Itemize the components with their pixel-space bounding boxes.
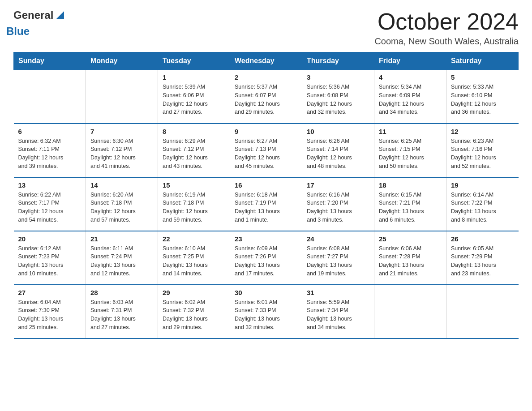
header-thursday: Thursday	[302, 52, 374, 70]
calendar-cell: 16Sunrise: 6:18 AM Sunset: 7:19 PM Dayli…	[230, 177, 302, 231]
day-info: Sunrise: 6:20 AM Sunset: 7:18 PM Dayligh…	[90, 191, 153, 224]
day-number: 5	[451, 73, 514, 81]
day-number: 23	[235, 235, 297, 243]
day-number: 19	[451, 181, 514, 189]
day-number: 3	[307, 73, 369, 81]
day-info: Sunrise: 6:05 AM Sunset: 7:29 PM Dayligh…	[451, 244, 514, 278]
day-info: Sunrise: 6:04 AM Sunset: 7:30 PM Dayligh…	[18, 298, 82, 332]
calendar-cell: 6Sunrise: 6:32 AM Sunset: 7:11 PM Daylig…	[14, 124, 86, 177]
calendar-week-row: 20Sunrise: 6:12 AM Sunset: 7:23 PM Dayli…	[14, 231, 519, 285]
day-number: 8	[163, 128, 225, 135]
calendar-cell: 28Sunrise: 6:03 AM Sunset: 7:31 PM Dayli…	[86, 285, 158, 338]
calendar-cell	[14, 70, 86, 124]
calendar-cell: 9Sunrise: 6:27 AM Sunset: 7:13 PM Daylig…	[230, 124, 302, 177]
logo-blue: Blue	[6, 25, 64, 38]
day-info: Sunrise: 6:16 AM Sunset: 7:20 PM Dayligh…	[307, 191, 369, 224]
calendar-cell: 30Sunrise: 6:01 AM Sunset: 7:33 PM Dayli…	[230, 285, 302, 338]
calendar-cell: 19Sunrise: 6:14 AM Sunset: 7:22 PM Dayli…	[446, 177, 519, 231]
calendar-cell: 22Sunrise: 6:10 AM Sunset: 7:25 PM Dayli…	[158, 231, 230, 285]
day-info: Sunrise: 6:14 AM Sunset: 7:22 PM Dayligh…	[451, 191, 514, 224]
day-number: 7	[90, 128, 153, 135]
day-number: 21	[90, 235, 153, 243]
logo-triangle-icon	[56, 11, 64, 19]
header-saturday: Saturday	[446, 52, 519, 70]
day-info: Sunrise: 6:12 AM Sunset: 7:23 PM Dayligh…	[18, 244, 82, 278]
day-info: Sunrise: 6:09 AM Sunset: 7:26 PM Dayligh…	[235, 244, 297, 278]
day-number: 25	[379, 235, 442, 243]
calendar-cell	[374, 285, 446, 338]
day-number: 30	[235, 289, 297, 296]
svg-marker-0	[56, 11, 64, 19]
day-info: Sunrise: 6:08 AM Sunset: 7:27 PM Dayligh…	[307, 244, 369, 278]
calendar-cell: 18Sunrise: 6:15 AM Sunset: 7:21 PM Dayli…	[374, 177, 446, 231]
day-info: Sunrise: 6:26 AM Sunset: 7:14 PM Dayligh…	[307, 137, 369, 171]
day-number: 22	[163, 235, 225, 243]
calendar-cell: 27Sunrise: 6:04 AM Sunset: 7:30 PM Dayli…	[14, 285, 86, 338]
day-info: Sunrise: 5:33 AM Sunset: 6:10 PM Dayligh…	[451, 83, 514, 116]
header-monday: Monday	[86, 52, 158, 70]
calendar-cell: 26Sunrise: 6:05 AM Sunset: 7:29 PM Dayli…	[446, 231, 519, 285]
day-number: 24	[307, 235, 369, 243]
day-info: Sunrise: 6:30 AM Sunset: 7:12 PM Dayligh…	[90, 137, 153, 171]
day-number: 29	[163, 289, 225, 296]
day-info: Sunrise: 5:37 AM Sunset: 6:07 PM Dayligh…	[235, 83, 297, 116]
day-info: Sunrise: 6:01 AM Sunset: 7:33 PM Dayligh…	[235, 298, 297, 332]
location-subtitle: Cooma, New South Wales, Australia	[374, 36, 519, 47]
calendar-cell: 11Sunrise: 6:25 AM Sunset: 7:15 PM Dayli…	[374, 124, 446, 177]
day-number: 11	[379, 128, 442, 135]
calendar-cell: 13Sunrise: 6:22 AM Sunset: 7:17 PM Dayli…	[14, 177, 86, 231]
header-friday: Friday	[374, 52, 446, 70]
day-number: 31	[307, 289, 369, 296]
day-number: 27	[18, 289, 82, 296]
calendar-cell: 14Sunrise: 6:20 AM Sunset: 7:18 PM Dayli…	[86, 177, 158, 231]
calendar-week-row: 6Sunrise: 6:32 AM Sunset: 7:11 PM Daylig…	[14, 124, 519, 177]
calendar-cell: 17Sunrise: 6:16 AM Sunset: 7:20 PM Dayli…	[302, 177, 374, 231]
day-info: Sunrise: 6:11 AM Sunset: 7:24 PM Dayligh…	[90, 244, 153, 278]
day-info: Sunrise: 6:32 AM Sunset: 7:11 PM Dayligh…	[18, 137, 82, 171]
header-sunday: Sunday	[14, 52, 86, 70]
day-number: 20	[18, 235, 82, 243]
calendar-cell: 21Sunrise: 6:11 AM Sunset: 7:24 PM Dayli…	[86, 231, 158, 285]
day-number: 18	[379, 181, 442, 189]
day-number: 9	[235, 128, 297, 135]
header-tuesday: Tuesday	[158, 52, 230, 70]
day-number: 15	[163, 181, 225, 189]
day-info: Sunrise: 6:10 AM Sunset: 7:25 PM Dayligh…	[163, 244, 225, 278]
calendar-header-row: SundayMondayTuesdayWednesdayThursdayFrid…	[14, 52, 519, 70]
day-number: 26	[451, 235, 514, 243]
calendar-cell: 4Sunrise: 5:34 AM Sunset: 6:09 PM Daylig…	[374, 70, 446, 124]
day-info: Sunrise: 5:36 AM Sunset: 6:08 PM Dayligh…	[307, 83, 369, 116]
day-info: Sunrise: 6:23 AM Sunset: 7:16 PM Dayligh…	[451, 137, 514, 171]
day-info: Sunrise: 6:19 AM Sunset: 7:18 PM Dayligh…	[163, 191, 225, 224]
day-number: 14	[90, 181, 153, 189]
calendar-cell: 15Sunrise: 6:19 AM Sunset: 7:18 PM Dayli…	[158, 177, 230, 231]
day-info: Sunrise: 5:39 AM Sunset: 6:06 PM Dayligh…	[163, 83, 225, 116]
day-info: Sunrise: 6:03 AM Sunset: 7:31 PM Dayligh…	[90, 298, 153, 332]
day-info: Sunrise: 6:22 AM Sunset: 7:17 PM Dayligh…	[18, 191, 82, 224]
day-info: Sunrise: 6:02 AM Sunset: 7:32 PM Dayligh…	[163, 298, 225, 332]
day-number: 12	[451, 128, 514, 135]
day-info: Sunrise: 5:34 AM Sunset: 6:09 PM Dayligh…	[379, 83, 442, 116]
day-number: 2	[235, 73, 297, 81]
calendar-cell: 5Sunrise: 5:33 AM Sunset: 6:10 PM Daylig…	[446, 70, 519, 124]
day-number: 1	[163, 73, 225, 81]
day-info: Sunrise: 6:15 AM Sunset: 7:21 PM Dayligh…	[379, 191, 442, 224]
month-year-title: October 2024	[374, 9, 519, 34]
calendar-cell: 1Sunrise: 5:39 AM Sunset: 6:06 PM Daylig…	[158, 70, 230, 124]
day-number: 28	[90, 289, 153, 296]
calendar-table: SundayMondayTuesdayWednesdayThursdayFrid…	[13, 52, 519, 339]
day-info: Sunrise: 6:06 AM Sunset: 7:28 PM Dayligh…	[379, 244, 442, 278]
day-number: 4	[379, 73, 442, 81]
calendar-week-row: 27Sunrise: 6:04 AM Sunset: 7:30 PM Dayli…	[14, 285, 519, 338]
calendar-cell: 2Sunrise: 5:37 AM Sunset: 6:07 PM Daylig…	[230, 70, 302, 124]
calendar-cell: 3Sunrise: 5:36 AM Sunset: 6:08 PM Daylig…	[302, 70, 374, 124]
calendar-cell: 10Sunrise: 6:26 AM Sunset: 7:14 PM Dayli…	[302, 124, 374, 177]
day-info: Sunrise: 6:25 AM Sunset: 7:15 PM Dayligh…	[379, 137, 442, 171]
day-number: 6	[18, 128, 82, 135]
day-number: 10	[307, 128, 369, 135]
header-wednesday: Wednesday	[230, 52, 302, 70]
calendar-cell	[446, 285, 519, 338]
day-number: 17	[307, 181, 369, 189]
calendar-cell: 25Sunrise: 6:06 AM Sunset: 7:28 PM Dayli…	[374, 231, 446, 285]
day-info: Sunrise: 5:59 AM Sunset: 7:34 PM Dayligh…	[307, 298, 369, 332]
